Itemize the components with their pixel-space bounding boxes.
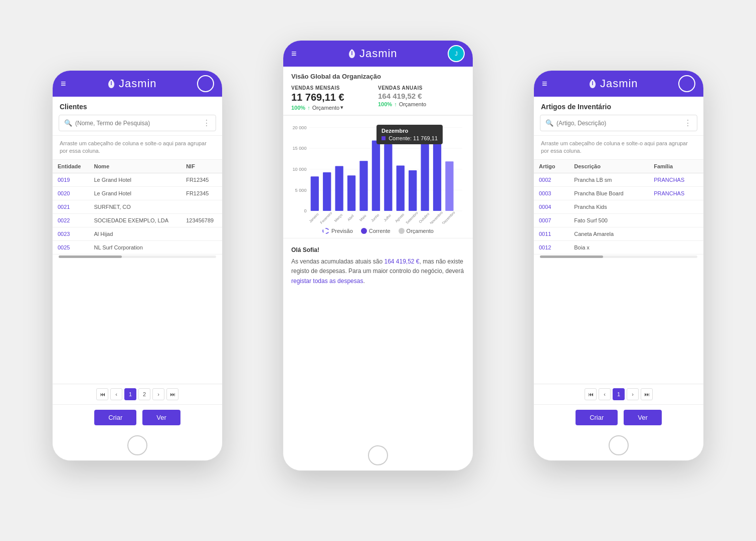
table-row[interactable]: 0019 Le Grand Hotel FR12345 [53, 173, 222, 186]
right-page-first[interactable]: ⏮ [585, 388, 597, 400]
artigo-cell[interactable]: 0011 [534, 227, 569, 240]
left-page-first[interactable]: ⏮ [96, 388, 108, 400]
left-search-options[interactable]: ⋮ [203, 118, 211, 128]
familia-cell[interactable] [649, 240, 703, 254]
left-page-last[interactable]: ⏭ [166, 388, 178, 400]
right-ver-button[interactable]: Ver [624, 410, 662, 425]
left-col-nome: Nome [89, 160, 181, 173]
right-scrollbar[interactable] [540, 255, 697, 258]
table-row[interactable]: 0007 Fato Surf 500 [534, 213, 703, 227]
center-avatar[interactable]: J [448, 45, 465, 62]
left-phone-footer [53, 430, 222, 460]
artigo-cell[interactable]: 0007 [534, 213, 569, 227]
right-page-prev[interactable]: ‹ [599, 388, 611, 400]
left-page-prev[interactable]: ‹ [110, 388, 122, 400]
table-row[interactable]: 0002 Prancha LB sm PRANCHAS [534, 173, 703, 186]
table-row[interactable]: 0020 Le Grand Hotel FR12345 [53, 186, 222, 200]
right-page-1[interactable]: 1 [613, 388, 625, 400]
familia-cell[interactable] [649, 200, 703, 213]
svg-rect-11 [323, 172, 331, 211]
vendas-anuais-budget[interactable]: Orçamento [399, 101, 426, 107]
right-home-button[interactable] [609, 435, 629, 455]
left-criar-button[interactable]: Criar [94, 410, 136, 425]
right-page-next[interactable]: › [627, 388, 639, 400]
left-avatar[interactable] [197, 75, 214, 92]
familia-cell[interactable] [649, 213, 703, 227]
left-page-next[interactable]: › [152, 388, 164, 400]
message-text1: As vendas acumuladas atuais são [291, 258, 384, 265]
left-pagination: ⏮ ‹ 1 2 › ⏭ [53, 384, 222, 404]
table-row[interactable]: 0012 Boia x [534, 240, 703, 254]
message-text3: . [363, 278, 364, 285]
previsao-icon [322, 228, 329, 234]
left-col-nif: NIF [181, 160, 222, 173]
svg-rect-17 [397, 166, 405, 211]
table-row[interactable]: 0025 NL Surf Corporation [53, 240, 222, 254]
entidade-cell[interactable]: 0025 [53, 240, 89, 254]
table-row[interactable]: 0004 Prancha Kids [534, 200, 703, 213]
left-page-2[interactable]: 2 [138, 388, 150, 400]
table-row[interactable]: 0022 SOCIEDADE EXEMPLO, LDA 123456789 [53, 213, 222, 227]
entidade-cell[interactable]: 0019 [53, 173, 89, 186]
artigo-cell[interactable]: 0002 [534, 173, 569, 186]
legend-corrente: Corrente [361, 228, 391, 234]
vendas-mensais-budget[interactable]: Orçamento ▾ [312, 104, 343, 111]
svg-text:Agosto: Agosto [394, 212, 405, 223]
right-avatar[interactable] [678, 75, 695, 92]
entidade-cell[interactable]: 0022 [53, 213, 89, 227]
artigo-cell[interactable]: 0012 [534, 240, 569, 254]
message-action-link[interactable]: registar todas as despesas [291, 278, 363, 285]
familia-cell[interactable]: PRANCHAS [649, 173, 703, 186]
left-home-button[interactable] [127, 435, 147, 455]
table-row[interactable]: 0011 Caneta Amarela [534, 227, 703, 240]
message-text: As vendas acumuladas atuais são 164 419,… [291, 257, 465, 286]
chevron-down-icon: ▾ [340, 104, 343, 111]
svg-text:10 000: 10 000 [293, 167, 307, 172]
orcamento-label: Orçamento [407, 228, 434, 234]
scene: ≡ Jasmin Clientes 🔍 ⋮ Arraste um cabeçal… [27, 30, 729, 511]
left-search-input[interactable] [75, 120, 203, 127]
entidade-cell[interactable]: 0023 [53, 227, 89, 240]
left-phone-header: ≡ Jasmin [53, 71, 222, 97]
right-page-last[interactable]: ⏭ [641, 388, 653, 400]
vendas-anuais-label: VENDAS ANUAIS [378, 85, 465, 91]
center-home-button[interactable] [368, 445, 388, 465]
entidade-cell[interactable]: 0021 [53, 200, 89, 213]
descricao-cell: Prancha LB sm [569, 173, 649, 186]
right-criar-button[interactable]: Criar [576, 410, 618, 425]
message-amount-link[interactable]: 164 419,52 € [384, 258, 419, 265]
vendas-anuais-col: VENDAS ANUAIS 164 419,52 € 100% ↑ Orçame… [378, 85, 465, 111]
left-scrollbar[interactable] [59, 255, 216, 258]
familia-cell[interactable]: PRANCHAS [649, 186, 703, 200]
entidade-cell[interactable]: 0020 [53, 186, 89, 200]
left-page-1[interactable]: 1 [124, 388, 136, 400]
message-box: Olá Sofia! As vendas acumuladas atuais s… [283, 238, 473, 293]
left-search-bar[interactable]: 🔍 ⋮ [59, 115, 216, 131]
svg-text:Fevereiro: Fevereiro [319, 211, 333, 224]
svg-rect-12 [335, 166, 343, 211]
orcamento-icon [399, 228, 405, 234]
right-search-options[interactable]: ⋮ [684, 118, 692, 128]
left-logo: Jasmin [106, 77, 157, 90]
chart-tooltip: Dezembro Corrente: 11 769,11 [376, 125, 443, 144]
right-search-input[interactable] [556, 120, 684, 127]
right-search-bar[interactable]: 🔍 ⋮ [540, 115, 697, 131]
artigo-cell[interactable]: 0003 [534, 186, 569, 200]
center-menu-icon[interactable]: ≡ [291, 49, 297, 59]
right-col-artigo: Artigo [534, 160, 569, 173]
familia-cell[interactable] [649, 227, 703, 240]
svg-text:Dezembro: Dezembro [441, 210, 456, 224]
left-menu-icon[interactable]: ≡ [61, 79, 66, 89]
table-row[interactable]: 0003 Prancha Blue Board PRANCHAS [534, 186, 703, 200]
nome-cell: Al Hijad [89, 227, 181, 240]
left-ver-button[interactable]: Ver [142, 410, 180, 425]
right-table: Artigo Descrição Família 0002 Prancha LB… [534, 160, 703, 254]
table-row[interactable]: 0023 Al Hijad [53, 227, 222, 240]
tooltip-dot-icon [382, 136, 386, 140]
table-row[interactable]: 0021 SURFNET, CO [53, 200, 222, 213]
nome-cell: SOCIEDADE EXEMPLO, LDA [89, 213, 181, 227]
svg-text:Março: Março [333, 212, 343, 223]
artigo-cell[interactable]: 0004 [534, 200, 569, 213]
right-menu-icon[interactable]: ≡ [542, 79, 547, 89]
vendas-mensais-badge: 100% ↑ Orçamento ▾ [291, 104, 378, 111]
